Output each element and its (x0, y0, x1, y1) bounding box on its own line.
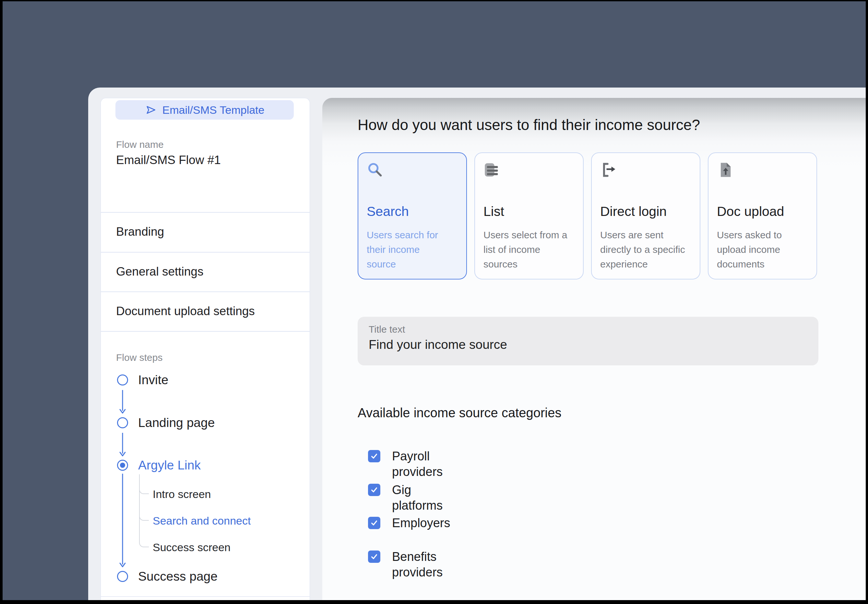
option-card-title: Direct login (600, 204, 666, 219)
categories-heading: Available income source categories (358, 404, 561, 421)
doc-upload-icon (717, 161, 734, 178)
step-invite[interactable]: Invite (138, 372, 168, 388)
sidebar-item-label: Document upload settings (116, 304, 255, 318)
tree-branch (139, 474, 149, 547)
option-card-list[interactable]: List Users select from a list of income … (474, 152, 584, 279)
option-card-description: Users search for their income source (367, 228, 441, 271)
category-label[interactable]: Payroll providers (392, 448, 443, 480)
option-card-direct-login[interactable]: Direct login Users are sent directly to … (591, 152, 701, 279)
option-card-search[interactable]: Search Users search for their income sou… (358, 152, 467, 279)
direct-login-icon (600, 161, 617, 178)
arrow-down-icon (119, 474, 126, 568)
step-radio-invite[interactable] (117, 375, 128, 386)
option-card-title: List (484, 204, 504, 219)
checkbox-benefits-providers[interactable] (368, 550, 380, 563)
main-panel: How do you want users to find their inco… (322, 98, 866, 600)
substep-intro-screen[interactable]: Intro screen (153, 487, 211, 501)
sidebar-item-branding[interactable]: Branding (101, 213, 310, 252)
title-text-value: Find your income source (369, 338, 507, 352)
step-landing-page[interactable]: Landing page (138, 415, 215, 431)
app-window: Email/SMS Template Flow name Email/SMS F… (88, 88, 866, 600)
sidebar-item-document-upload-settings[interactable]: Document upload settings (101, 292, 310, 331)
category-label[interactable]: Gig platforms (392, 482, 443, 513)
option-card-description: Users asked to upload income documents (717, 228, 798, 271)
step-radio-success-page[interactable] (117, 571, 128, 582)
checkmark-icon (370, 485, 379, 494)
sidebar-item-label: General settings (116, 265, 203, 279)
option-card-doc-upload[interactable]: Doc upload Users asked to upload income … (708, 152, 817, 279)
email-sms-template-button[interactable]: Email/SMS Template (115, 100, 294, 120)
page-title: How do you want users to find their inco… (358, 115, 700, 134)
step-argyle-link[interactable]: Argyle Link (138, 457, 201, 473)
checkmark-icon (370, 519, 379, 528)
step-success-page[interactable]: Success page (138, 569, 218, 584)
checkbox-employers[interactable] (368, 517, 380, 529)
flow-steps-label: Flow steps (116, 352, 163, 363)
send-icon (145, 104, 157, 116)
step-radio-argyle-link[interactable] (117, 460, 128, 471)
flow-name-value[interactable]: Email/SMS Flow #1 (116, 153, 221, 167)
email-sms-template-label: Email/SMS Template (163, 104, 265, 116)
checkbox-gig-platforms[interactable] (368, 484, 380, 496)
desktop-background: Email/SMS Template Flow name Email/SMS F… (3, 1, 866, 600)
sidebar-item-general-settings[interactable]: General settings (101, 252, 310, 291)
list-icon (484, 161, 500, 178)
arrow-down-icon (119, 433, 126, 457)
title-text-field[interactable]: Title text Find your income source (358, 317, 818, 365)
sidebar-divider (101, 331, 310, 331)
category-label[interactable]: Benefits providers (392, 549, 443, 580)
checkbox-payroll-providers[interactable] (368, 450, 380, 462)
category-label[interactable]: Employers (392, 515, 450, 531)
arrow-down-icon (119, 390, 126, 414)
option-card-row: Search Users search for their income sou… (358, 152, 817, 279)
step-radio-landing-page[interactable] (117, 417, 128, 428)
option-card-description: Users select from a list of income sourc… (484, 228, 568, 271)
substep-success-screen[interactable]: Success screen (153, 541, 231, 554)
flow-name-label: Flow name (116, 139, 164, 150)
search-icon (367, 161, 384, 178)
checkmark-icon (370, 452, 379, 461)
radio-selected-dot (120, 463, 125, 468)
option-card-title: Search (367, 204, 409, 219)
title-text-label: Title text (369, 324, 405, 335)
sidebar-divider (101, 596, 310, 597)
option-card-title: Doc upload (717, 204, 784, 219)
substep-search-and-connect[interactable]: Search and connect (153, 514, 251, 528)
sidebar: Email/SMS Template Flow name Email/SMS F… (101, 98, 310, 600)
checkmark-icon (370, 552, 379, 561)
sidebar-item-label: Branding (116, 225, 164, 239)
option-card-description: Users are sent directly to a specific ex… (600, 228, 691, 271)
